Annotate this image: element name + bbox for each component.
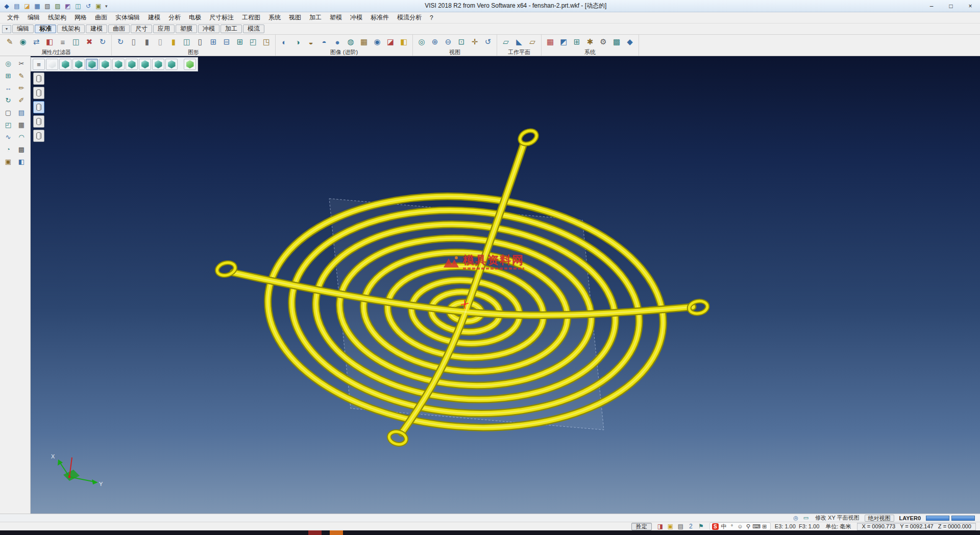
refresh-filter-icon[interactable]: ↻ [96, 36, 109, 48]
workplane-align-icon[interactable]: ◣ [513, 36, 525, 48]
calculator-icon[interactable]: ⊞ [571, 36, 583, 48]
undo-icon[interactable]: ↺ [84, 2, 93, 11]
maximize-button[interactable]: □ [941, 0, 961, 12]
group-box-icon[interactable]: ⊞ [234, 36, 246, 48]
tab-7[interactable]: 应用 [153, 25, 175, 33]
menu-item-2[interactable]: 编辑 [23, 12, 44, 23]
print-icon[interactable]: ▧ [43, 2, 52, 11]
export-icon[interactable]: ◫ [74, 2, 83, 11]
layer-filter-icon[interactable]: ≡ [57, 36, 69, 48]
menu-item-11[interactable]: 工程图 [238, 12, 264, 23]
edit-geometry-icon[interactable]: ✏ [15, 83, 28, 93]
clear-filter-icon[interactable]: ✖ [83, 36, 95, 48]
minimize-button[interactable]: – [922, 0, 941, 12]
taskbar-app-1[interactable] [308, 530, 322, 535]
menu-item-16[interactable]: 冲模 [346, 12, 366, 23]
ime-punct-button[interactable]: ° [728, 523, 736, 530]
edge-display-icon[interactable]: ◉ [371, 36, 383, 48]
element-filter-icon[interactable]: ◫ [70, 36, 82, 48]
unblank-element-icon[interactable]: ⊞ [207, 36, 219, 48]
sheet-icon[interactable]: ▤ [15, 107, 28, 118]
view-cube-button-7[interactable] [126, 59, 138, 70]
screen-capture-icon[interactable]: ◩ [557, 36, 570, 48]
view-mode-icon[interactable]: ◎ [792, 515, 800, 522]
regenerate-icon[interactable]: ↻ [114, 36, 127, 48]
tab-8[interactable]: 塑膜 [176, 25, 197, 33]
shading-icon[interactable]: ● [331, 36, 344, 48]
display-mode-button-4[interactable] [33, 115, 44, 128]
view-cube-button-1[interactable] [46, 59, 58, 70]
menu-item-19[interactable]: ? [426, 13, 437, 22]
tab-10[interactable]: 加工 [220, 25, 242, 33]
edit-attributes-icon[interactable]: ✎ [4, 36, 16, 48]
viewport-canvas[interactable] [31, 56, 980, 514]
plane-indicator-icon[interactable]: ▭ [802, 515, 810, 522]
modify-view-label[interactable]: 修改 XY 平面视图 [815, 514, 860, 522]
rotate-icon[interactable]: ↻ [2, 95, 14, 106]
snap-settings-icon[interactable]: ✱ [584, 36, 596, 48]
taskbar-app-2[interactable] [330, 530, 343, 535]
arc-icon[interactable]: ◠ [15, 132, 28, 142]
pan-view-icon[interactable]: ✛ [469, 36, 481, 48]
view-dynamic-rotate-button[interactable] [184, 59, 196, 70]
plot-icon[interactable]: ▨ [53, 2, 62, 11]
open-document-icon[interactable]: ◪ [22, 2, 32, 11]
tab-1[interactable]: 编辑 [12, 25, 34, 33]
menu-item-7[interactable]: 建模 [144, 12, 164, 23]
display-mode-button-1[interactable] [33, 72, 44, 85]
tab-5[interactable]: 曲面 [108, 25, 130, 33]
stamp-icon[interactable]: ▣ [2, 156, 14, 167]
menu-item-4[interactable]: 网格 [70, 12, 91, 23]
active-layer-label[interactable]: LAYER0 [899, 515, 921, 521]
display-mode-button-2[interactable] [33, 87, 44, 99]
import-icon[interactable]: ◩ [63, 2, 72, 11]
display-mode-button-3[interactable] [33, 101, 44, 113]
view-cube-button-3[interactable] [72, 59, 85, 70]
ime-keyboard-button[interactable]: ⌨ [753, 523, 760, 530]
tab-9[interactable]: 冲模 [198, 25, 219, 33]
render-mode-2-icon[interactable]: ◑ [291, 36, 304, 48]
new-document-icon[interactable]: ▤ [12, 2, 21, 11]
trim-icon[interactable]: ✂ [15, 58, 28, 69]
menu-item-5[interactable]: 曲面 [91, 12, 111, 23]
ime-emoji-button[interactable]: ☺ [737, 523, 744, 530]
copy-attributes-icon[interactable]: ⇄ [30, 36, 42, 48]
box-select-icon[interactable]: ▢ [2, 107, 14, 118]
tab-dropdown-button[interactable]: ▾ [2, 25, 11, 33]
zoom-window-icon[interactable]: ⊡ [455, 36, 468, 48]
menu-item-18[interactable]: 模流分析 [393, 12, 426, 23]
menu-item-3[interactable]: 线架构 [44, 12, 70, 23]
app-icon[interactable]: ◆ [2, 2, 11, 11]
grid-settings-icon[interactable]: ▩ [610, 36, 623, 48]
menu-item-13[interactable]: 视图 [285, 12, 305, 23]
display-percent-icon[interactable]: ◳ [260, 36, 273, 48]
menu-item-12[interactable]: 系统 [264, 12, 285, 23]
view-cube-button-2[interactable] [59, 59, 71, 70]
menu-item-17[interactable]: 标准件 [366, 12, 393, 23]
view-box-icon[interactable]: ◰ [247, 36, 259, 48]
capture-icon[interactable]: ◨ [656, 523, 665, 530]
tab-11[interactable]: 模流 [243, 25, 264, 33]
measure-icon[interactable]: ◔ [2, 144, 14, 155]
section-view-icon[interactable]: ◪ [384, 36, 397, 48]
menu-item-9[interactable]: 电极 [185, 12, 205, 23]
previous-view-icon[interactable]: ↺ [482, 36, 494, 48]
zoom-out-icon[interactable]: ⊖ [442, 36, 454, 48]
materials-icon[interactable]: ◆ [624, 36, 636, 48]
menu-item-14[interactable]: 加工 [305, 12, 326, 23]
render-mode-3-icon[interactable]: ◒ [305, 36, 317, 48]
quick-access-overflow-button[interactable]: ▾ [103, 4, 110, 9]
texture-icon[interactable]: ▦ [358, 36, 370, 48]
help-icon[interactable]: 2 [687, 523, 695, 530]
highlight-element-icon[interactable]: ▮ [167, 36, 180, 48]
color-palette-icon[interactable]: ▦ [544, 36, 556, 48]
menu-item-8[interactable]: 分析 [164, 12, 185, 23]
viewport-layout-button[interactable]: ≡ [33, 59, 45, 70]
zoom-in-icon[interactable]: ⊕ [429, 36, 441, 48]
snap-icon[interactable]: ⊞ [2, 70, 14, 81]
move-icon[interactable]: ↔ [2, 83, 14, 93]
ime-mic-button[interactable]: ⚲ [745, 523, 752, 530]
render-mode-1-icon[interactable]: ◐ [278, 36, 290, 48]
display-mode-button-5[interactable] [33, 130, 44, 142]
ime-lang-button[interactable]: 中 [720, 523, 727, 530]
